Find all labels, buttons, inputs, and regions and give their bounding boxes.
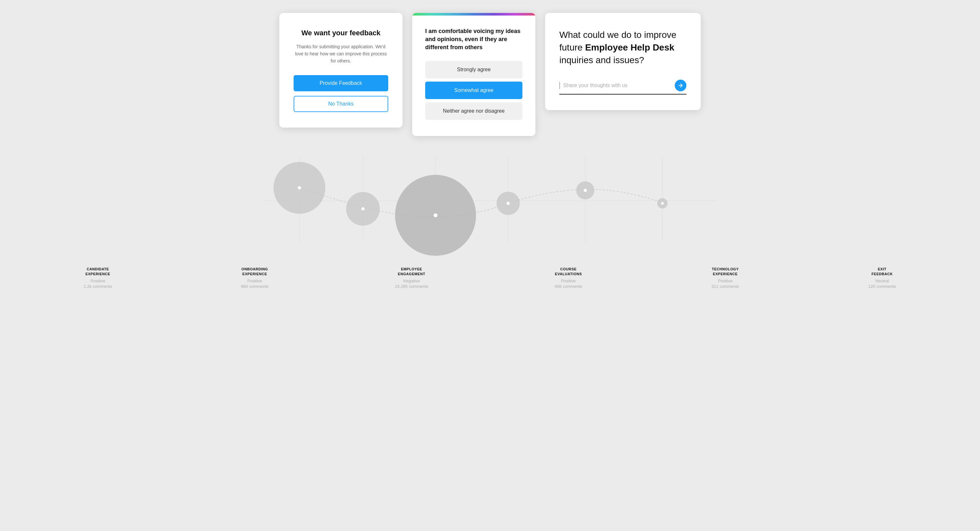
label-candidate: CANDIDATEEXPERIENCE Positive 1.2k commen… bbox=[19, 267, 176, 289]
bubble-onboarding-center bbox=[361, 207, 364, 211]
bubble-course-center bbox=[506, 202, 510, 205]
open-text-card: What could we do to improve future Emplo… bbox=[545, 13, 701, 110]
label-tech-name: TECHNOLOGYEXPERIENCE bbox=[650, 267, 800, 277]
card3-question-part2: inquiries and issues? bbox=[559, 55, 644, 65]
arrow-right-icon bbox=[678, 82, 684, 89]
text-input-row: Share your thoughts with us bbox=[559, 80, 686, 95]
cards-row: We want your feedback Thanks for submitt… bbox=[0, 0, 980, 136]
survey-question-card: I am comfortable voicing my ideas and op… bbox=[412, 13, 535, 136]
survey-question-text: I am comfortable voicing my ideas and op… bbox=[425, 27, 522, 52]
label-candidate-comments: 1.2k comments bbox=[23, 284, 173, 289]
label-onboarding-sentiment: Positive bbox=[180, 279, 330, 283]
card1-subtitle: Thanks for submitting your application. … bbox=[294, 43, 388, 65]
label-course: COURSEEVALUATIONS Positive 456 comments bbox=[490, 267, 647, 289]
chart-area: CANDIDATEEXPERIENCE Positive 1.2k commen… bbox=[0, 155, 980, 299]
label-course-comments: 456 comments bbox=[493, 284, 644, 289]
label-onboarding-comments: 960 comments bbox=[180, 284, 330, 289]
card3-question-bold: Employee Help Desk bbox=[585, 43, 674, 52]
label-candidate-name: CANDIDATEEXPERIENCE bbox=[23, 267, 173, 277]
label-exit: EXITFEEDBACK Neutral 120 comments bbox=[804, 267, 961, 289]
label-exit-name: EXITFEEDBACK bbox=[807, 267, 957, 277]
bubble-tech-center bbox=[584, 189, 587, 192]
label-employee: EMPLOYEEENGAGEMENT Negative 15,285 comme… bbox=[333, 267, 490, 289]
label-employee-name: EMPLOYEEENGAGEMENT bbox=[336, 267, 487, 277]
label-course-name: COURSEEVALUATIONS bbox=[493, 267, 644, 277]
no-thanks-button[interactable]: No Thanks bbox=[294, 96, 388, 112]
text-cursor bbox=[559, 82, 560, 89]
label-employee-sentiment: Negative bbox=[336, 279, 487, 283]
label-candidate-sentiment: Positive bbox=[23, 279, 173, 283]
input-placeholder[interactable]: Share your thoughts with us bbox=[563, 82, 675, 89]
rainbow-bar bbox=[412, 13, 535, 16]
label-exit-comments: 120 comments bbox=[807, 284, 957, 289]
card2-body: I am comfortable voicing my ideas and op… bbox=[412, 16, 535, 136]
option-strongly-agree[interactable]: Strongly agree bbox=[425, 61, 522, 78]
label-tech-sentiment: Positive bbox=[650, 279, 800, 283]
provide-feedback-button[interactable]: Provide Feedback bbox=[294, 75, 388, 91]
label-employee-comments: 15,285 comments bbox=[336, 284, 487, 289]
option-somewhat-agree[interactable]: Somewhat agree bbox=[425, 82, 522, 99]
label-onboarding-name: ONBOARDINGEXPERIENCE bbox=[180, 267, 330, 277]
card1-title: We want your feedback bbox=[294, 29, 388, 38]
chart-labels-row: CANDIDATEEXPERIENCE Positive 1.2k commen… bbox=[19, 260, 961, 299]
label-exit-sentiment: Neutral bbox=[807, 279, 957, 283]
feedback-request-card: We want your feedback Thanks for submitt… bbox=[279, 13, 402, 128]
label-tech-comments: 311 comments bbox=[650, 284, 800, 289]
option-neither-agree[interactable]: Neither agree nor disagree bbox=[425, 102, 522, 120]
bubble-exit-center bbox=[661, 202, 664, 204]
page-container: We want your feedback Thanks for submitt… bbox=[0, 0, 980, 531]
bubble-chart bbox=[19, 155, 961, 259]
label-onboarding: ONBOARDINGEXPERIENCE Positive 960 commen… bbox=[176, 267, 333, 289]
card3-question: What could we do to improve future Emplo… bbox=[559, 29, 686, 67]
bubble-candidate-center bbox=[298, 186, 301, 189]
submit-button[interactable] bbox=[675, 80, 686, 91]
label-tech: TECHNOLOGYEXPERIENCE Positive 311 commen… bbox=[647, 267, 804, 289]
bubble-employee-center bbox=[434, 213, 438, 217]
label-course-sentiment: Positive bbox=[493, 279, 644, 283]
